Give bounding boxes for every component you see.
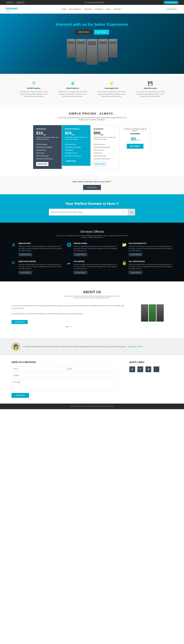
quick-link-camera-icon[interactable]: 📷: [137, 366, 143, 372]
uptime-text: Lorem Ipsum is simply dummy text of the …: [18, 90, 50, 98]
slide-dots: [12, 326, 127, 327]
view-plans-button[interactable]: VIEW PLANS: [75, 30, 92, 34]
server-1: [67, 39, 75, 58]
ssl-text: Contrary to popular belief, Lorem Ipsum …: [129, 263, 172, 270]
domain-names-learn-button[interactable]: LEARN MORE: [73, 253, 87, 256]
plan-personal: PERSONAL $10/mo Ut wisi enim ad minim ve…: [33, 125, 62, 169]
footer-link[interactable]: 版权信息: [108, 406, 114, 407]
checkout-button[interactable]: Checkout Now: [164, 1, 178, 4]
quick-links-area: QUICK LINKS ✉ 📷 🖥 📞: [129, 361, 172, 398]
quick-link-email-icon[interactable]: ✉: [129, 366, 135, 372]
contact-message-input[interactable]: [12, 380, 118, 391]
personal-desc: Ut wisi enim ad minim veniam, quis nostr…: [36, 136, 59, 140]
feature-platform: 🖥 Multi-Platform Lorem Ipsum is simply d…: [57, 81, 88, 98]
nav-services[interactable]: SERVICES: [84, 8, 92, 10]
vps-text: Contrary to popular belief, Lorem Ipsum …: [73, 263, 117, 270]
business-features: 20GB Disk Space 20GB Monthly Bandwidth U…: [94, 142, 116, 160]
list-item: 430 Email Accounts: [94, 154, 116, 158]
nav-support[interactable]: SUPPORT: [113, 8, 121, 10]
web-hosting-text: Contrary to popular belief, Lorem Ipsum …: [18, 245, 62, 252]
about-server-2: [149, 304, 156, 322]
about-content: Lorem Ipsum is simply dummy text of the …: [12, 304, 172, 329]
ssl-learn-button[interactable]: LEARN MORE: [129, 271, 142, 274]
vps-learn-button[interactable]: LEARN MORE: [73, 271, 87, 274]
contact-subject-input[interactable]: [12, 373, 118, 378]
list-item: 20GB Disk Space: [36, 143, 59, 146]
services-subtitle: Lorem Ipsum is simply dummy text of the …: [56, 235, 128, 238]
plan-starter: Looking for something simple get started…: [119, 125, 151, 152]
domain-search-input[interactable]: [49, 209, 120, 215]
dedicated-content: DEDICATED SERVER Contrary to popular bel…: [18, 260, 62, 274]
contact-name-email-row: [12, 366, 118, 371]
contact-us-button[interactable]: Contact Us: [83, 185, 101, 190]
quick-link-phone-icon[interactable]: 📞: [153, 366, 159, 372]
services-title: Services Offered: [12, 230, 172, 234]
pricing-subtitle: Ut wisi enim ad minim veniam, quis nostr…: [56, 117, 128, 121]
list-item: 430 Email Accounts: [65, 152, 87, 154]
nav-blog[interactable]: BLOG: [106, 8, 111, 10]
about-text-area: Lorem Ipsum is simply dummy text of the …: [12, 304, 127, 329]
nav-feedback[interactable]: FEEDBACK: [95, 8, 103, 10]
client-area[interactable]: CLIENT AREA: [165, 8, 178, 11]
nav-home[interactable]: HOME: [62, 8, 66, 10]
contact-name-input[interactable]: [12, 366, 64, 371]
language-select[interactable]: English: [15, 1, 25, 4]
dedicated-icon: ⚙: [12, 260, 17, 265]
domain-names-text: Contrary to popular belief, Lorem Ipsum …: [73, 245, 117, 252]
currency-select[interactable]: Dollar: [6, 1, 14, 4]
starter-label: STARTER: [122, 132, 148, 135]
personal-order-button[interactable]: ORDER NOW: [36, 162, 48, 166]
domain-search-button[interactable]: 🔍: [128, 209, 135, 216]
professional-features: 20GB Disk Space 20GB Monthly Bandwidth 1…: [65, 142, 87, 158]
hero-buttons: VIEW PLANS BUY NOW: [6, 30, 178, 34]
uptime-icon: ⏱: [18, 81, 50, 86]
about-image: [132, 304, 172, 322]
about-para-2: It was popularised in the 1960s with the…: [12, 312, 127, 315]
footer: Copyright © 2016 .Company Name All right…: [0, 404, 184, 409]
business-desc: Ut wisi enim ad minim veniam, quis nostr…: [94, 136, 116, 140]
domain-names-icon: 🌐: [67, 242, 72, 247]
service-domain-names: 🌐 DOMAIN NAMES Contrary to popular belie…: [67, 242, 117, 256]
contact-email-input[interactable]: [65, 366, 118, 371]
list-item: 100 Domains: [94, 152, 116, 154]
server-2: [76, 39, 86, 62]
business-price: $99/mo: [94, 131, 116, 136]
domain-names-content: DOMAIN NAMES Contrary to popular belief,…: [73, 242, 117, 256]
about-title: ABOUT US: [12, 290, 172, 294]
starter-helper: Looking for something simple get started…: [122, 128, 148, 132]
list-item: 100 Domains: [65, 149, 87, 152]
testimonial-author-link[interactable]: – Magna Aliqua FORIO.: [126, 346, 143, 348]
ftp-learn-button[interactable]: LEARN MORE: [129, 253, 142, 256]
features-section: ⏱ 99.99% Uptime Lorem Ipsum is simply du…: [0, 74, 184, 105]
about-server-3: [156, 304, 164, 322]
footer-text: Copyright © 2016 .Company Name All right…: [70, 406, 108, 407]
business-order-button[interactable]: ORDER NOW: [94, 162, 106, 166]
list-item: 430 Email Accounts: [36, 154, 59, 158]
dedicated-learn-button[interactable]: LEARN MORE: [18, 271, 32, 274]
send-message-button[interactable]: SEND NOW: [12, 393, 29, 398]
web-hosting-learn-button[interactable]: LEARN MORE: [18, 253, 32, 256]
ftp-icon: 📁: [122, 242, 127, 247]
web-hosting-title: WEB HOSTING: [18, 242, 62, 244]
business-name: BUSINESS: [94, 128, 116, 130]
get-today-button[interactable]: GET TODAY: [127, 144, 144, 149]
service-ssl: 🔒 SSL CERTIFICATES Contrary to popular b…: [122, 260, 172, 274]
buy-now-button[interactable]: BUY NOW: [94, 30, 109, 34]
server-display: [6, 39, 178, 65]
professional-price: $24/mo: [65, 131, 87, 136]
uptime-title: 99.99% Uptime: [18, 87, 50, 89]
checkout-area: Checkout Now: [164, 1, 178, 4]
web-hosting-content: WEB HOSTING Contrary to popular belief, …: [18, 242, 62, 256]
nav-why[interactable]: WHY KONNECT: [69, 8, 81, 10]
about-learn-more-button[interactable]: LEARN MORE: [12, 320, 28, 324]
professional-order-button[interactable]: ORDER NOW: [65, 159, 77, 163]
web-hosting-icon: 🖥: [12, 242, 17, 247]
vps-content: VPS SERVER Contrary to popular belief, L…: [73, 260, 117, 274]
contact-form-area: SEND US A MESSAGE SEND NOW: [12, 361, 118, 398]
quick-link-monitor-icon[interactable]: 🖥: [145, 366, 151, 372]
list-item: 20GB Monthly Bandwidth: [94, 146, 116, 149]
testimonial-text: consectetur adipiscing elit, sed do eius…: [23, 345, 143, 348]
server-5: [109, 39, 117, 58]
dedicated-text: Contrary to popular belief, Lorem Ipsum …: [18, 263, 62, 270]
about-subtitle: Lorem Ipsum is simply dummy text of the …: [63, 295, 121, 299]
